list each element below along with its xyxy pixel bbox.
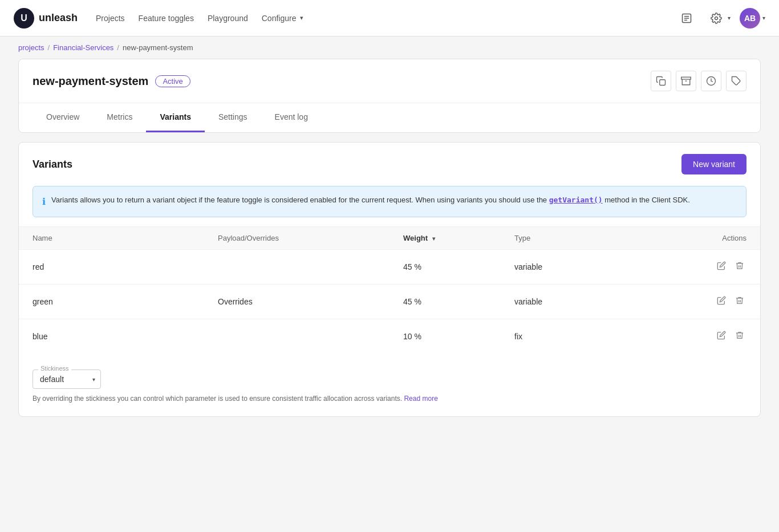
row-actions: [649, 319, 760, 354]
svg-rect-6: [681, 77, 691, 79]
row-payload: [204, 319, 390, 354]
row-type: variable: [501, 285, 649, 319]
info-text: Variants allows you to return a variant …: [51, 194, 690, 206]
settings-group: ▾: [706, 8, 731, 29]
pencil-icon: [717, 296, 726, 305]
row-payload: [204, 250, 390, 285]
delete-row-button[interactable]: [733, 294, 746, 310]
info-icon: ℹ: [42, 195, 46, 209]
table-row: blue 10 % fix: [19, 319, 760, 354]
row-actions: [649, 285, 760, 319]
edit-row-button[interactable]: [715, 328, 728, 344]
delete-row-button[interactable]: [733, 259, 746, 275]
row-weight: 10 %: [390, 319, 501, 354]
row-payload: Overrides: [204, 285, 390, 319]
edit-row-button[interactable]: [715, 259, 728, 275]
nav-feature-toggles[interactable]: Feature toggles: [139, 11, 194, 25]
avatar-chevron-icon[interactable]: ▾: [762, 15, 765, 21]
tag-icon: [731, 76, 741, 86]
delete-row-button[interactable]: [733, 328, 746, 344]
logo-icon: U: [14, 8, 34, 29]
row-type: variable: [501, 250, 649, 285]
settings-chevron-icon[interactable]: ▾: [728, 15, 731, 21]
nav-configure[interactable]: Configure ▾: [262, 11, 304, 25]
breadcrumb-financial-services[interactable]: Financial-Services: [53, 43, 113, 52]
row-actions: [649, 250, 760, 285]
nav-playground[interactable]: Playground: [208, 11, 248, 25]
breadcrumb-current: new-payment-system: [123, 43, 193, 52]
tab-variants[interactable]: Variants: [146, 103, 204, 132]
edit-row-button[interactable]: [715, 294, 728, 310]
tabs: Overview Metrics Variants Settings Event…: [19, 103, 760, 132]
settings-button[interactable]: [706, 8, 727, 29]
tag-button[interactable]: [726, 71, 746, 91]
variants-table: Name Payload/Overrides Weight ▾ Type Act…: [19, 226, 760, 354]
nav-right: ▾ AB ▾: [676, 8, 765, 29]
copy-button[interactable]: [651, 71, 671, 91]
trash-icon: [735, 296, 744, 305]
stickiness-field: Stickiness default ▾: [33, 369, 101, 389]
table-row: red 45 % variable: [19, 250, 760, 285]
nav-projects[interactable]: Projects: [96, 11, 125, 25]
tab-overview[interactable]: Overview: [33, 103, 93, 132]
table-body: red 45 % variable: [19, 250, 760, 354]
row-weight: 45 %: [390, 285, 501, 319]
copy-icon: [656, 76, 666, 86]
docs-button[interactable]: [676, 8, 697, 29]
trash-icon: [735, 331, 744, 340]
feature-card: new-payment-system Active: [18, 59, 761, 133]
col-name: Name: [19, 227, 204, 250]
breadcrumb: projects / Financial-Services / new-paym…: [0, 36, 779, 59]
tab-event-log[interactable]: Event log: [261, 103, 322, 132]
row-weight: 45 %: [390, 250, 501, 285]
weight-sort-icon: ▾: [432, 235, 435, 242]
pencil-icon: [717, 331, 726, 340]
variants-title: Variants: [33, 159, 72, 170]
col-type: Type: [501, 227, 649, 250]
archive-button[interactable]: [676, 71, 696, 91]
breadcrumb-sep-1: /: [48, 43, 50, 52]
stickiness-label: Stickiness: [38, 365, 71, 372]
svg-point-4: [715, 17, 718, 19]
stickiness-read-more-link[interactable]: Read more: [404, 395, 437, 403]
stickiness-select[interactable]: default: [33, 369, 101, 389]
main-content: new-payment-system Active: [0, 59, 779, 435]
svg-rect-5: [660, 80, 666, 86]
stickiness-wrapper: default ▾: [33, 369, 101, 389]
logo-text: unleash: [39, 12, 78, 24]
table-header: Name Payload/Overrides Weight ▾ Type Act…: [19, 227, 760, 250]
stickiness-section: Stickiness default ▾ By overriding the s…: [19, 358, 760, 416]
row-name: green: [19, 285, 204, 319]
row-type: fix: [501, 319, 649, 354]
col-weight[interactable]: Weight ▾: [390, 227, 501, 250]
breadcrumb-projects[interactable]: projects: [18, 43, 44, 52]
archive-icon: [681, 76, 691, 86]
trash-icon: [735, 261, 744, 270]
user-menu: AB ▾: [740, 8, 765, 29]
stickiness-note: By overriding the stickiness you can con…: [33, 395, 746, 403]
new-variant-button[interactable]: New variant: [681, 154, 746, 174]
docs-icon: [681, 13, 692, 24]
feature-actions: [651, 71, 746, 91]
info-box: ℹ Variants allows you to return a varian…: [33, 186, 746, 217]
tab-settings[interactable]: Settings: [205, 103, 261, 132]
nav-links: Projects Feature toggles Playground Conf…: [96, 11, 658, 25]
row-name: blue: [19, 319, 204, 354]
logo: U unleash: [14, 8, 78, 29]
variants-header: Variants New variant: [19, 143, 760, 186]
feature-title-row: new-payment-system Active: [33, 75, 190, 88]
col-payload: Payload/Overrides: [204, 227, 390, 250]
table-row: green Overrides 45 % variable: [19, 285, 760, 319]
breadcrumb-sep-2: /: [117, 43, 119, 52]
get-variant-link[interactable]: getVariant(): [549, 196, 603, 204]
col-actions: Actions: [649, 227, 760, 250]
pencil-icon: [717, 261, 726, 270]
row-name: red: [19, 250, 204, 285]
avatar[interactable]: AB: [740, 8, 760, 29]
history-button[interactable]: [701, 71, 721, 91]
feature-header: new-payment-system Active: [19, 59, 760, 103]
gear-icon: [711, 13, 722, 24]
tab-metrics[interactable]: Metrics: [93, 103, 146, 132]
feature-title: new-payment-system: [33, 75, 148, 88]
navbar: U unleash Projects Feature toggles Playg…: [0, 0, 779, 36]
